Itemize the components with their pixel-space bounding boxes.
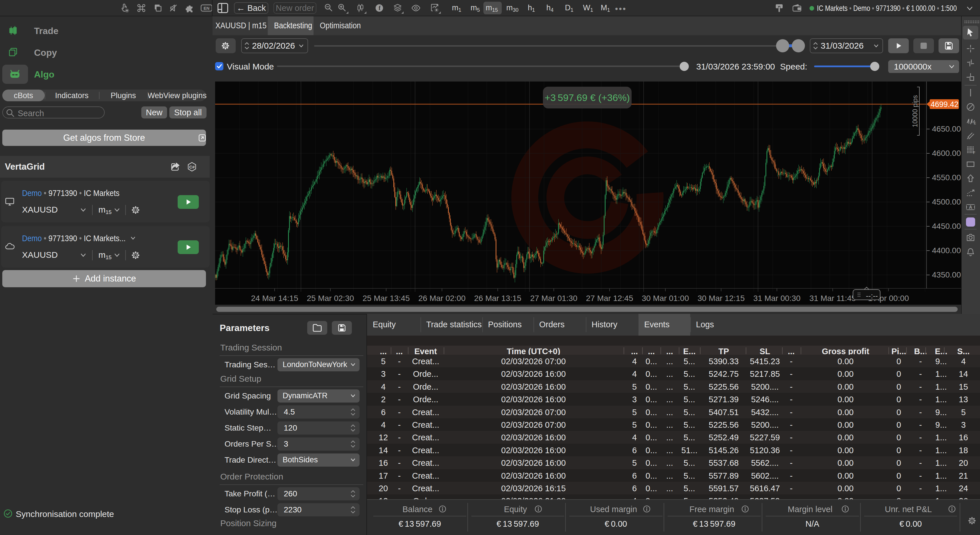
svg-text:A: A (969, 205, 972, 210)
svg-text:31 Mar 11:45: 31 Mar 11:45 (810, 294, 856, 303)
svg-text:27 Mar 12:45: 27 Mar 12:45 (586, 294, 633, 303)
svg-text:24 Mar 14:15: 24 Mar 14:15 (251, 294, 298, 303)
svg-text:26 Mar 13:15: 26 Mar 13:15 (474, 294, 522, 303)
svg-text:E: E (974, 121, 976, 125)
svg-text:F: F (973, 151, 975, 155)
svg-text:EN: EN (204, 6, 210, 11)
svg-text:27 Mar 01:30: 27 Mar 01:30 (530, 294, 578, 303)
svg-text:30 Mar 12:15: 30 Mar 12:15 (698, 294, 745, 303)
svg-text:30 Mar 01:00: 30 Mar 01:00 (642, 294, 689, 303)
svg-text:31 Mar 00:30: 31 Mar 00:30 (753, 294, 801, 303)
svg-text:25 Mar 02:30: 25 Mar 02:30 (307, 294, 354, 303)
svg-text:C#: C# (189, 164, 195, 169)
svg-text:f: f (379, 5, 381, 11)
svg-text:25 Mar 13:45: 25 Mar 13:45 (363, 294, 410, 303)
svg-text:26 Mar 02:00: 26 Mar 02:00 (418, 294, 466, 303)
